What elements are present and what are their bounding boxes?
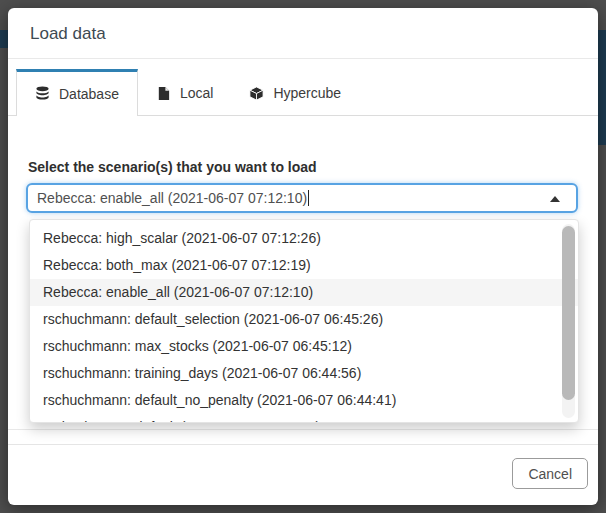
- dropdown-scrollbar-thumb[interactable]: [562, 226, 575, 400]
- cube-icon: [249, 86, 264, 101]
- scenario-dropdown: Rebecca: high_scalar (2021-06-07 07:12:2…: [29, 219, 579, 423]
- modal-footer: Cancel: [8, 444, 598, 489]
- dropdown-option[interactable]: rschuchmann: default_no_penalty (2021-06…: [30, 387, 578, 414]
- dropdown-option[interactable]: rschuchmann: default (2021-05-28 14:38:2…: [30, 414, 578, 423]
- scenario-combobox: Rebecca: enable_all (2021-06-07 07:12:10…: [26, 183, 580, 213]
- modal-body: Select the scenario(s) that you want to …: [8, 116, 598, 430]
- scenario-combobox-input[interactable]: Rebecca: enable_all (2021-06-07 07:12:10…: [26, 183, 578, 213]
- dropdown-option[interactable]: rschuchmann: training_days (2021-06-07 0…: [30, 360, 578, 387]
- dropdown-option[interactable]: rschuchmann: default_selection (2021-06-…: [30, 306, 578, 333]
- tab-hypercube-label: Hypercube: [273, 85, 341, 101]
- tab-local-label: Local: [180, 85, 213, 101]
- modal-header: Load data: [8, 8, 598, 59]
- caret-up-icon[interactable]: [550, 196, 560, 202]
- scenario-select-label: Select the scenario(s) that you want to …: [28, 158, 580, 176]
- text-cursor: [308, 190, 309, 206]
- dropdown-option[interactable]: Rebecca: both_max (2021-06-07 07:12:19): [30, 252, 578, 279]
- scenario-combobox-value: Rebecca: enable_all (2021-06-07 07:12:10…: [37, 190, 307, 206]
- dropdown-scrollbar-track[interactable]: [562, 224, 575, 418]
- tab-bar: Database Local Hyperc: [8, 69, 598, 116]
- cancel-button[interactable]: Cancel: [512, 458, 588, 489]
- database-icon: [35, 86, 50, 101]
- dropdown-option[interactable]: rschuchmann: max_stocks (2021-06-07 06:4…: [30, 333, 578, 360]
- tab-database[interactable]: Database: [16, 69, 138, 116]
- load-data-modal: Load data Database Local: [8, 8, 598, 505]
- dropdown-option[interactable]: Rebecca: high_scalar (2021-06-07 07:12:2…: [30, 225, 578, 252]
- dropdown-option[interactable]: Rebecca: enable_all (2021-06-07 07:12:10…: [30, 279, 578, 306]
- tab-hypercube[interactable]: Hypercube: [231, 69, 359, 115]
- tab-local[interactable]: Local: [138, 69, 231, 115]
- tab-database-label: Database: [59, 86, 119, 102]
- file-icon: [156, 86, 171, 101]
- modal-title: Load data: [30, 24, 576, 44]
